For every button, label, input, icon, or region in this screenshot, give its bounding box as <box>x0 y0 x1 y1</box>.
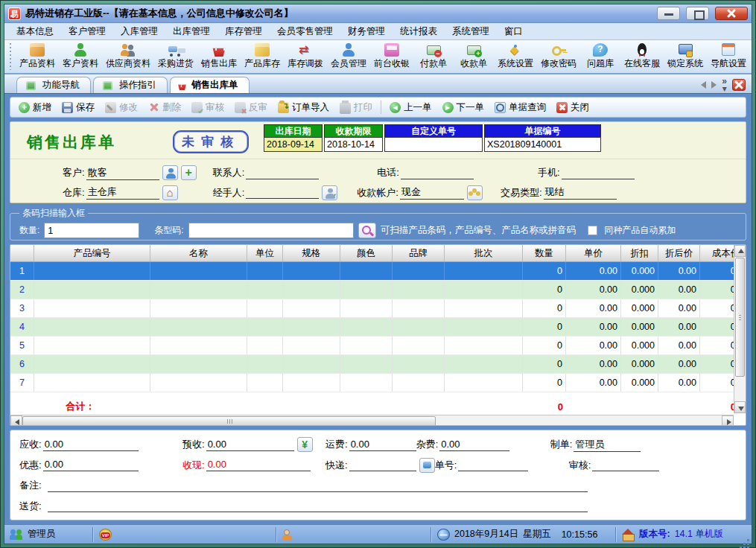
prepaid-value[interactable]: 0.00 <box>206 439 294 451</box>
col-name[interactable]: 名称 <box>150 245 247 261</box>
next-order-button[interactable]: 下一单 <box>438 100 489 115</box>
barcode-input[interactable] <box>188 223 354 238</box>
toolbar-system-settings[interactable]: 系统设置 <box>494 42 537 71</box>
col-discount[interactable]: 折扣 <box>621 245 658 261</box>
grid-row-1[interactable]: 1 00.000.0000.000.00 <box>10 262 746 281</box>
grid-row-4[interactable]: 4 00.000.0000.000.00 <box>10 318 746 337</box>
express-pick-button[interactable] <box>419 458 435 473</box>
pick-customer-button[interactable] <box>162 165 178 180</box>
delete-button[interactable]: 删除 <box>144 100 185 115</box>
order-number-value[interactable]: XS201809140001 <box>484 137 601 152</box>
edit-button[interactable]: 修改 <box>101 100 142 115</box>
toolbar-customer-data[interactable]: 客户资料 <box>59 42 102 71</box>
trade-type-value[interactable]: 现结 <box>544 185 617 200</box>
warehouse-value[interactable]: 主仓库 <box>86 185 159 200</box>
hscroll-thumb[interactable] <box>22 416 436 426</box>
misc-fee-value[interactable]: 0.00 <box>439 439 509 451</box>
discount-amt-value[interactable]: 0.00 <box>43 459 139 471</box>
menu-basic-info[interactable]: 基本信息 <box>9 23 61 40</box>
freight-value[interactable]: 0.00 <box>349 439 416 451</box>
menu-finance-mgmt[interactable]: 财务管理 <box>340 23 393 40</box>
menu-customer-mgmt[interactable]: 客户管理 <box>61 23 113 40</box>
search-product-button[interactable] <box>358 223 376 238</box>
col-discounted-price[interactable]: 折后价 <box>658 245 700 261</box>
col-batch[interactable]: 批次 <box>445 245 523 261</box>
menu-window[interactable]: 窗口 <box>497 23 530 40</box>
menu-outbound-mgmt[interactable]: 出库管理 <box>165 23 217 40</box>
vscroll-thumb[interactable] <box>735 258 745 377</box>
col-color[interactable]: 颜色 <box>340 245 393 261</box>
toolbar-issue-library[interactable]: 问题库 <box>580 42 620 71</box>
order-query-button[interactable]: 单据查询 <box>490 100 550 115</box>
horizontal-scrollbar[interactable] <box>10 415 734 426</box>
minimize-button[interactable] <box>657 7 680 20</box>
scroll-up-icon[interactable] <box>734 245 746 257</box>
toolbar-receipt-slip[interactable]: 收款单 <box>454 42 494 71</box>
home-icon[interactable] <box>622 529 635 541</box>
account-value[interactable]: 现金 <box>400 185 464 200</box>
handler-value[interactable] <box>246 186 319 199</box>
col-qty[interactable]: 数量 <box>523 245 566 261</box>
scroll-down-icon[interactable] <box>734 401 746 413</box>
pick-warehouse-button[interactable] <box>162 185 178 200</box>
auto-accumulate-checkbox[interactable] <box>588 226 597 235</box>
cash-received-value[interactable]: 0.00 <box>206 459 311 471</box>
express-value[interactable] <box>349 459 416 471</box>
phone-value[interactable] <box>401 167 474 179</box>
mobile-value[interactable] <box>562 167 635 179</box>
payment-deadline-value[interactable]: 2018-10-14 <box>324 137 383 152</box>
prepaid-pick-button[interactable] <box>297 437 313 452</box>
col-product-code[interactable]: 产品编号 <box>34 245 150 261</box>
toolbar-change-password[interactable]: 修改密码 <box>537 42 580 71</box>
save-button[interactable]: 保存 <box>57 100 99 115</box>
tab-overflow-icon[interactable]: »▾ <box>722 77 727 92</box>
delivery-value[interactable] <box>48 500 588 512</box>
customer-value[interactable]: 散客 <box>86 166 159 180</box>
vip-badge-icon[interactable] <box>99 529 112 541</box>
menu-inventory-mgmt[interactable]: 库存管理 <box>217 23 270 40</box>
tab-scroll-right-icon[interactable] <box>711 81 717 89</box>
tracking-value[interactable] <box>458 459 528 471</box>
col-spec[interactable]: 规格 <box>283 245 340 261</box>
col-unit[interactable]: 单位 <box>247 245 283 261</box>
grid-row-5[interactable]: 5 00.000.0000.000.00 <box>10 337 746 355</box>
tab-close-button[interactable] <box>732 79 746 91</box>
add-customer-button[interactable] <box>181 165 197 180</box>
vertical-scrollbar[interactable] <box>734 245 746 413</box>
close-form-button[interactable]: 关闭 <box>552 100 594 115</box>
menu-system-mgmt[interactable]: 系统管理 <box>445 23 497 40</box>
grid-row-6[interactable]: 6 00.000.0000.000.00 <box>10 355 746 374</box>
new-button[interactable]: 新增 <box>14 100 56 115</box>
pick-account-button[interactable] <box>467 185 483 200</box>
menu-inbound-mgmt[interactable]: 入库管理 <box>113 23 165 40</box>
grid-row-2[interactable]: 2 00.000.0000.000.00 <box>10 281 746 299</box>
scroll-right-icon[interactable] <box>722 415 734 426</box>
menu-member-retail-mgmt[interactable]: 会员零售管理 <box>270 23 340 40</box>
grid-row-3[interactable]: 3 00.000.0000.000.00 <box>10 299 746 318</box>
col-brand[interactable]: 品牌 <box>393 245 445 261</box>
toolbar-lock-system[interactable]: 锁定系统 <box>664 42 707 71</box>
toolbar-nav-settings[interactable]: 导航设置 <box>707 42 750 71</box>
close-window-button[interactable] <box>715 7 748 20</box>
tab-function-nav[interactable]: 功能导航 <box>16 77 91 93</box>
audit-button[interactable]: 审核 <box>187 100 229 115</box>
tab-scroll-left-icon[interactable] <box>701 81 706 89</box>
resize-grip[interactable] <box>741 525 752 544</box>
grid-row-7[interactable]: 7 00.000.0000.000.00 <box>10 374 746 392</box>
outbound-date-value[interactable]: 2018-09-14 <box>264 137 323 152</box>
toolbar-stock-transfer[interactable]: 库存调拨 <box>284 42 327 71</box>
contact-value[interactable] <box>246 167 319 179</box>
previous-order-button[interactable]: 上一单 <box>385 100 436 115</box>
remark-value[interactable] <box>48 480 588 492</box>
custom-number-value[interactable] <box>384 137 483 152</box>
tab-sales-outbound-order[interactable]: 销售出库单 <box>170 77 250 93</box>
toolbar-member-mgmt[interactable]: 会员管理 <box>327 42 370 71</box>
toolbar-sales-outbound[interactable]: 销售出库 <box>197 42 241 71</box>
col-price[interactable]: 单价 <box>566 245 621 261</box>
unaudit-button[interactable]: 反审 <box>230 100 272 115</box>
tab-operation-guide[interactable]: 操作指引 <box>93 77 168 93</box>
receivable-value[interactable]: 0.00 <box>43 439 139 451</box>
toolbar-pos-cashier[interactable]: 前台收银 <box>370 42 413 71</box>
pick-handler-button[interactable]: ✔ <box>322 185 337 200</box>
menu-stat-reports[interactable]: 统计报表 <box>393 23 445 40</box>
